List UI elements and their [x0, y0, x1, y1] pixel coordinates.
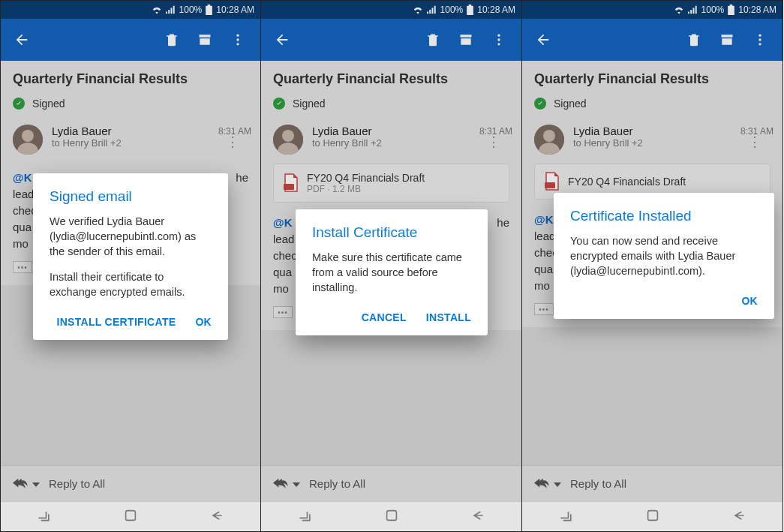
install-certificate-dialog: Install Certificate Make sure this certi…: [296, 209, 488, 335]
dialog-body: Make sure this certificate came from a v…: [312, 250, 471, 295]
ok-button[interactable]: OK: [741, 295, 758, 307]
certificate-installed-dialog: Certificate Installed You can now send a…: [554, 193, 774, 319]
install-button[interactable]: INSTALL: [426, 311, 471, 323]
signed-email-dialog: Signed email We verified Lydia Bauer (ly…: [33, 173, 228, 340]
dialog-title: Certificate Installed: [570, 208, 758, 224]
cancel-button[interactable]: CANCEL: [362, 311, 407, 323]
install-certificate-button[interactable]: INSTALL CERTIFICATE: [56, 316, 176, 328]
dialog-body: You can now send and receive encrypted e…: [570, 233, 758, 278]
dialog-title: Install Certificate: [312, 224, 471, 241]
dialog-title: Signed email: [50, 188, 212, 205]
dialog-body: We verified Lydia Bauer (lydia@lucernepu…: [50, 214, 212, 299]
ok-button[interactable]: OK: [195, 316, 212, 328]
